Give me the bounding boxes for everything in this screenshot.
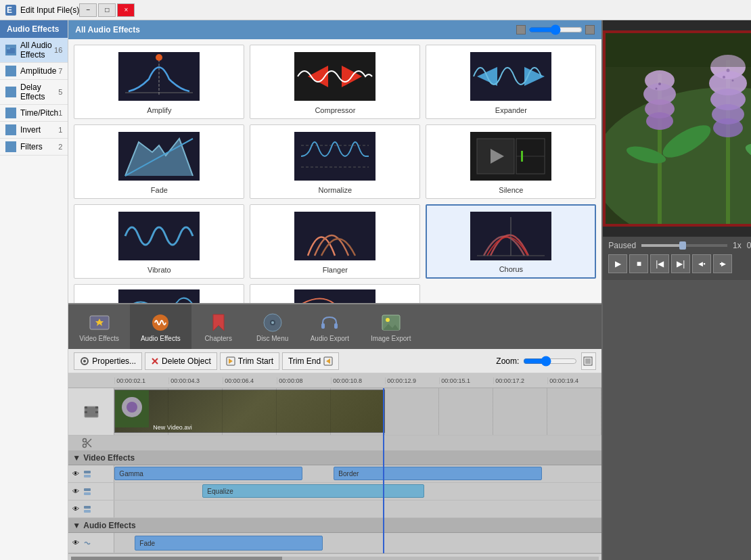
playback-time: 00:00:09.115 / 00:00:20.000 [747, 241, 751, 250]
effect-label-amplify: Amplify [147, 105, 171, 116]
effects-scroll[interactable]: Amplify [68, 39, 601, 303]
audio-visibility-toggle-1[interactable]: 👁 [71, 538, 81, 548]
video-frame [603, 30, 751, 227]
effect-track-controls-3: 👁 [68, 500, 114, 517]
effect-card-vibrato[interactable]: Vibrato [74, 204, 244, 279]
progress-handle[interactable] [679, 241, 686, 250]
sidebar-item-filters[interactable]: Filters 2 [0, 139, 68, 156]
visibility-toggle-2[interactable]: 👁 [71, 487, 81, 496]
properties-button[interactable]: Properties... [74, 352, 142, 370]
gear-icon [80, 356, 89, 366]
svg-marker-51 [326, 358, 330, 364]
next-button[interactable]: ▶| [671, 254, 690, 273]
play-button[interactable]: ▶ [608, 254, 627, 273]
effect-card-amplify[interactable]: Amplify [74, 45, 244, 119]
effect-card-fade[interactable]: Fade [74, 124, 244, 199]
maximize-button[interactable]: □ [98, 3, 116, 17]
sidebar-item-amplitude[interactable]: Amplitude 7 [0, 63, 68, 80]
tab-video-effects-label: Video Effects [79, 335, 119, 342]
stop-button[interactable]: ■ [629, 254, 648, 273]
delete-object-button[interactable]: Delete Object [145, 352, 217, 370]
tab-video-effects[interactable]: Video Effects [68, 304, 130, 349]
tab-image-export[interactable]: Image Export [360, 304, 422, 349]
audio-effects-toggle[interactable]: ▼ [72, 521, 81, 530]
sidebar-item-timepitch[interactable]: Time/Pitch 1 [0, 105, 68, 122]
delete-object-label: Delete Object [162, 356, 211, 366]
frame-back-button[interactable]: ◀▪ [692, 254, 711, 273]
tab-audio-effects[interactable]: Audio Effects [130, 304, 191, 349]
audio-layers-icon [83, 539, 91, 547]
effect-card-silence[interactable]: Silence [426, 124, 596, 199]
effect-visual-flanger [253, 208, 417, 264]
tab-disc-menu[interactable]: Disc Menu [246, 304, 300, 349]
scissors-icon [82, 438, 93, 448]
effect-visual-compressor [253, 48, 417, 105]
effect-visual-chorus [430, 208, 592, 264]
sidebar-item-all-label: All Audio Effects [20, 41, 54, 60]
bottom-scrollbar[interactable] [68, 553, 601, 560]
effect-card-flanger[interactable]: Flanger [250, 204, 420, 279]
zoom-fit-button[interactable] [581, 352, 596, 370]
app-icon: E [5, 5, 16, 16]
bookmark-icon [208, 312, 229, 333]
edit-toolbar: Properties... Delete Object Trim Start T… [68, 349, 601, 373]
playback-progress-bar[interactable] [641, 244, 727, 247]
zoom-control: Zoom: [496, 352, 596, 370]
svg-rect-97 [606, 33, 751, 67]
sidebar-item-invert[interactable]: Invert 1 [0, 122, 68, 139]
folder-icon [5, 108, 16, 118]
track-grid-overlay [114, 388, 601, 435]
tab-audio-export-label: Audio Export [311, 335, 349, 342]
sidebar-item-delay[interactable]: Delay Effects 5 [0, 80, 68, 105]
trim-end-button[interactable]: Trim End [282, 352, 339, 370]
effect-bar-border[interactable]: Border [334, 467, 542, 480]
effect-bar-fade-audio[interactable]: Fade [135, 536, 323, 551]
effect-label-flanger: Flanger [323, 264, 348, 275]
effect-card-extra2[interactable] [250, 284, 420, 303]
sidebar-item-all[interactable]: All Audio Effects 16 [0, 38, 68, 63]
effect-label-vibrato: Vibrato [147, 264, 171, 275]
effect-card-chorus[interactable]: Chorus [426, 204, 596, 279]
folder-icon [5, 45, 16, 55]
effects-zoom-slider[interactable] [528, 24, 583, 35]
effect-card-compressor[interactable]: Compressor [250, 45, 420, 119]
effect-card-expander[interactable]: Expander [426, 45, 596, 119]
video-clip-body: New Video.avi [114, 388, 601, 435]
horizontal-scrollbar-thumb[interactable] [71, 557, 282, 561]
sidebar-item-timepitch-count: 1 [58, 109, 62, 117]
effect-card-normalize[interactable]: Normalize [250, 124, 420, 199]
audio-layer-icon-1[interactable] [83, 538, 92, 548]
zoom-slider[interactable] [523, 356, 577, 367]
frame-fwd-button[interactable]: ▪▶ [713, 254, 732, 273]
sidebar-item-timepitch-label: Time/Pitch [20, 108, 58, 118]
visibility-toggle-1[interactable]: 👁 [71, 469, 81, 479]
horizontal-scrollbar-track[interactable] [71, 557, 599, 561]
trim-start-button[interactable]: Trim Start [220, 352, 279, 370]
ruler-mark-7: 00:00:15.1 [439, 377, 493, 384]
video-effects-toggle[interactable]: ▼ [72, 453, 81, 463]
tab-chapters[interactable]: Chapters [191, 304, 246, 349]
tab-audio-export[interactable]: Audio Export [300, 304, 360, 349]
layer-icon-3[interactable] [83, 505, 92, 514]
effect-bar-equalize[interactable]: Equalize [202, 484, 424, 498]
layer-icon-1[interactable] [83, 469, 92, 479]
minimize-button[interactable]: − [79, 3, 97, 17]
svg-point-84 [713, 118, 743, 137]
visibility-toggle-3[interactable]: 👁 [71, 505, 81, 514]
video-effects-label: Video Effects [83, 453, 135, 463]
prev-button[interactable]: |◀ [650, 254, 669, 273]
effect-visual-extra1 [77, 287, 241, 303]
video-preview [603, 20, 751, 237]
layer-icon-2[interactable] [83, 487, 92, 496]
effect-bar-gamma[interactable]: Gamma [114, 467, 302, 480]
svg-point-42 [386, 318, 390, 322]
effect-track-controls-1: 👁 [68, 465, 114, 482]
view-large-icon[interactable] [585, 25, 595, 34]
effects-header: All Audio Effects [68, 20, 601, 39]
effect-visual-vibrato [77, 208, 241, 264]
close-button[interactable]: × [117, 3, 135, 17]
view-small-icon[interactable] [516, 25, 526, 34]
headphones-icon [319, 312, 340, 333]
timeline-area[interactable]: 00:00:02.1 00:00:04.3 00:00:06.4 00:00:0… [68, 373, 601, 560]
effect-card-extra1[interactable] [74, 284, 244, 303]
